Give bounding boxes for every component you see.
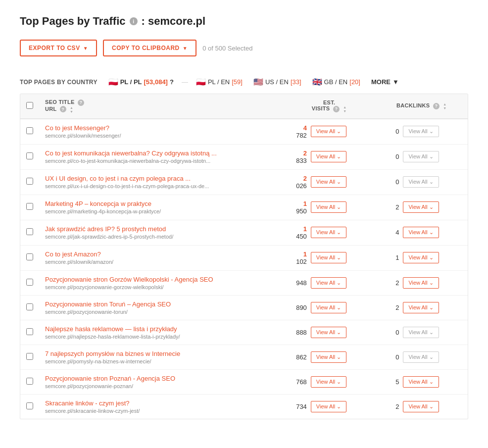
backlinks-view-all-button[interactable]: View All ⌄ bbox=[403, 227, 439, 238]
visits-view-all-button[interactable]: View All ⌄ bbox=[311, 351, 346, 363]
selected-count: 0 of 500 Selected bbox=[202, 45, 252, 52]
row-visits-cell: 1450View All ⌄ bbox=[283, 220, 376, 245]
page-title: Top Pages by Traffic bbox=[20, 15, 126, 28]
visits-highlight: 2 bbox=[303, 149, 307, 157]
sort-up-icon: ▲ bbox=[70, 106, 73, 109]
row-checkbox[interactable] bbox=[26, 152, 33, 159]
page-title-link[interactable]: Jak sprawdzić adres IP? 5 prostych metod bbox=[45, 225, 277, 233]
row-checkbox[interactable] bbox=[26, 253, 33, 260]
backlinks-wrap: 2View All ⌄ bbox=[381, 302, 462, 313]
visits-wrap: 862View All ⌄ bbox=[289, 351, 370, 363]
country-item-us-en[interactable]: 🇺🇸 US / EN [33] bbox=[249, 75, 305, 89]
backlinks-number: 4 bbox=[381, 229, 399, 236]
row-checkbox[interactable] bbox=[26, 203, 33, 210]
backlinks-view-all-button[interactable]: View All ⌄ bbox=[403, 401, 439, 412]
country-item-gb-en[interactable]: 🇬🇧 GB / EN [20] bbox=[308, 75, 364, 89]
visits-view-all-button[interactable]: View All ⌄ bbox=[311, 252, 346, 263]
page-title-link[interactable]: UX i UI design, co to jest i na czym pol… bbox=[45, 175, 277, 182]
row-checkbox[interactable] bbox=[26, 303, 33, 310]
export-csv-button[interactable]: EXPORT TO CSV ▼ bbox=[20, 40, 97, 56]
page-title-link[interactable]: Marketing 4P – koncepcja w praktyce bbox=[45, 200, 277, 207]
row-visits-cell: 2026View All ⌄ bbox=[283, 169, 376, 195]
row-checkbox[interactable] bbox=[26, 353, 33, 360]
backlinks-number: 2 bbox=[381, 279, 399, 287]
page-title-link[interactable]: Co to jest Messenger? bbox=[45, 124, 277, 132]
visits-view-all-button[interactable]: View All ⌄ bbox=[311, 176, 346, 188]
row-title-cell: 7 najlepszych pomysłów na biznes w Inter… bbox=[39, 345, 283, 369]
backlinks-view-all-button[interactable]: View All ⌄ bbox=[403, 302, 439, 313]
visits-view-all-button[interactable]: View All ⌄ bbox=[311, 401, 346, 412]
page-title-link[interactable]: Pozycjonowanie stron Gorzów Wielkopolski… bbox=[45, 276, 277, 283]
visits-view-all-button[interactable]: View All ⌄ bbox=[311, 302, 346, 313]
visits-wrap: 734View All ⌄ bbox=[289, 401, 370, 412]
country-item-pl-pl[interactable]: 🇵🇱 PL / PL [53,084] ? bbox=[104, 75, 178, 89]
backlinks-view-all-button[interactable]: View All ⌄ bbox=[403, 327, 439, 338]
title-info-icon[interactable]: i bbox=[130, 17, 138, 25]
row-checkbox[interactable] bbox=[26, 127, 33, 134]
page-title-link[interactable]: Co to jest Amazon? bbox=[45, 250, 277, 258]
col-visits-info[interactable]: ? bbox=[333, 106, 340, 112]
copy-clipboard-button[interactable]: COPY TO CLIPBOARD ▼ bbox=[103, 40, 196, 56]
visits-wrap: 1102View All ⌄ bbox=[289, 250, 370, 265]
backlinks-wrap: 2View All ⌄ bbox=[381, 401, 462, 412]
country-item-pl-en[interactable]: 🇵🇱 PL / EN [59] bbox=[192, 75, 246, 89]
visits-view-all-button[interactable]: View All ⌄ bbox=[311, 277, 346, 289]
backlinks-wrap: 0View All ⌄ bbox=[381, 327, 462, 338]
col-seo-title-info[interactable]: ? bbox=[78, 100, 84, 106]
visits-view-all-button[interactable]: View All ⌄ bbox=[311, 376, 346, 388]
visits-number: 4782 bbox=[289, 124, 307, 139]
col-url-info[interactable]: ? bbox=[60, 106, 66, 112]
row-checkbox[interactable] bbox=[26, 328, 33, 335]
col-visits-sort[interactable]: ▲ ▼ bbox=[343, 105, 346, 113]
table-row: Pozycjonowanie stron Poznań - Agencja SE… bbox=[20, 369, 468, 394]
export-csv-label: EXPORT TO CSV bbox=[29, 45, 80, 51]
backlinks-view-all-button[interactable]: View All ⌄ bbox=[403, 351, 439, 363]
visits-view-all-button[interactable]: View All ⌄ bbox=[311, 151, 346, 162]
row-visits-cell: 4782View All ⌄ bbox=[283, 119, 376, 145]
visits-view-all-button[interactable]: View All ⌄ bbox=[311, 327, 346, 338]
backlinks-view-all-button[interactable]: View All ⌄ bbox=[403, 277, 439, 289]
row-checkbox[interactable] bbox=[26, 402, 33, 409]
backlinks-view-all-button[interactable]: View All ⌄ bbox=[403, 252, 439, 263]
select-all-header[interactable] bbox=[20, 94, 39, 119]
col-backlinks-info[interactable]: ? bbox=[433, 103, 439, 109]
backlinks-view-all-button[interactable]: View All ⌄ bbox=[403, 176, 439, 188]
page-title-link[interactable]: Pozycjonowanie stron Poznań - Agencja SE… bbox=[45, 375, 277, 382]
row-backlinks-cell: 0View All ⌄ bbox=[375, 345, 468, 369]
visits-view-all-button[interactable]: View All ⌄ bbox=[311, 126, 346, 137]
row-backlinks-cell: 5View All ⌄ bbox=[375, 369, 468, 394]
flag-us-en: 🇺🇸 bbox=[253, 77, 263, 87]
row-checkbox[interactable] bbox=[26, 279, 33, 286]
row-backlinks-cell: 0View All ⌄ bbox=[375, 144, 468, 169]
page-title-link[interactable]: Skracanie linków - czym jest? bbox=[45, 399, 277, 407]
row-checkbox-cell bbox=[20, 320, 39, 345]
page-title-link[interactable]: Co to jest komunikacja niewerbalna? Czy … bbox=[45, 149, 277, 157]
country-info-pl-pl[interactable]: ? bbox=[170, 78, 174, 86]
visits-view-all-button[interactable]: View All ⌄ bbox=[311, 227, 346, 238]
backlinks-wrap: 0View All ⌄ bbox=[381, 351, 462, 363]
row-title-cell: Co to jest Messenger?semcore.pl/slownik/… bbox=[39, 119, 283, 145]
page-title-link[interactable]: 7 najlepszych pomysłów na biznes w Inter… bbox=[45, 350, 277, 357]
row-checkbox-cell bbox=[20, 119, 39, 145]
row-checkbox-cell bbox=[20, 295, 39, 320]
row-checkbox[interactable] bbox=[26, 228, 33, 235]
backlinks-number: 0 bbox=[381, 128, 399, 135]
backlinks-view-all-button[interactable]: View All ⌄ bbox=[403, 376, 439, 388]
row-checkbox[interactable] bbox=[26, 178, 33, 185]
visits-highlight: 2 bbox=[303, 175, 307, 182]
more-countries-button[interactable]: MORE ▼ bbox=[371, 78, 399, 86]
backlinks-view-all-button[interactable]: View All ⌄ bbox=[403, 201, 439, 213]
table-header-row: SEO TITLE ? URL ? ▲ ▼ EST.VISITS ? bbox=[20, 94, 468, 119]
page-title-link[interactable]: Pozycjonowanie stron Toruń – Agencja SEO bbox=[45, 300, 277, 308]
col-url-label: URL bbox=[45, 106, 56, 112]
select-all-checkbox[interactable] bbox=[26, 102, 33, 109]
row-checkbox[interactable] bbox=[26, 378, 33, 385]
col-backlinks-label: BACKLINKS bbox=[396, 102, 430, 108]
col-backlinks-sort[interactable]: ▲ ▼ bbox=[443, 102, 446, 110]
col-title-sort[interactable]: ▲ ▼ bbox=[70, 106, 73, 113]
backlinks-view-all-button[interactable]: View All ⌄ bbox=[403, 126, 439, 137]
visits-view-all-button[interactable]: View All ⌄ bbox=[311, 201, 346, 213]
row-title-cell: Skracanie linków - czym jest?semcore.pl/… bbox=[39, 394, 283, 419]
page-title-link[interactable]: Najlepsze hasła reklamowe — lista i przy… bbox=[45, 325, 277, 333]
backlinks-view-all-button[interactable]: View All ⌄ bbox=[403, 151, 439, 162]
